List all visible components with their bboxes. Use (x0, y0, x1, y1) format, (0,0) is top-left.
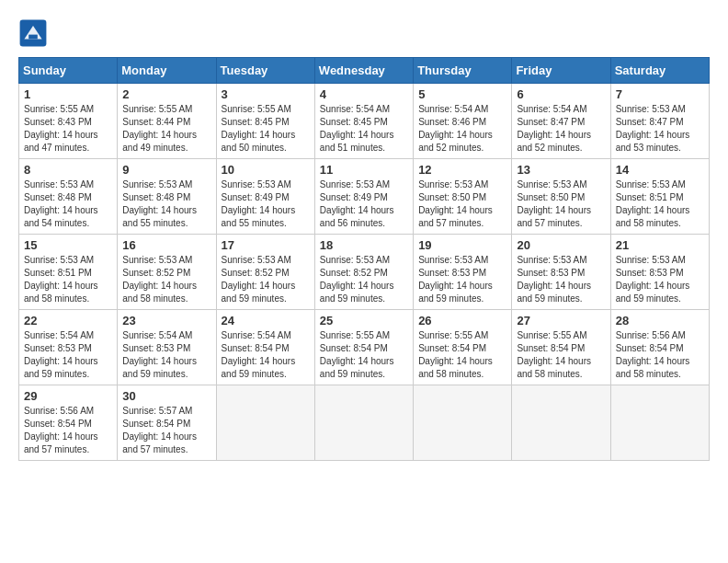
day-number: 2 (122, 87, 210, 101)
day-info: Sunrise: 5:53 AM Sunset: 8:51 PM Dayligh… (24, 254, 112, 305)
calendar-week-row: 15 Sunrise: 5:53 AM Sunset: 8:51 PM Dayl… (19, 235, 710, 310)
calendar-cell: 19 Sunrise: 5:53 AM Sunset: 8:53 PM Dayl… (414, 235, 512, 310)
calendar-cell: 25 Sunrise: 5:55 AM Sunset: 8:54 PM Dayl… (314, 310, 413, 385)
day-number: 13 (517, 163, 605, 177)
weekday-header-monday: Monday (118, 58, 216, 84)
day-number: 12 (418, 163, 506, 177)
day-number: 24 (222, 314, 310, 327)
calendar-cell (216, 385, 314, 461)
day-info: Sunrise: 5:55 AM Sunset: 8:44 PM Dayligh… (122, 103, 210, 155)
day-number: 6 (517, 87, 605, 101)
calendar-cell: 2 Sunrise: 5:55 AM Sunset: 8:44 PM Dayli… (118, 84, 216, 159)
calendar-table: SundayMondayTuesdayWednesdayThursdayFrid… (18, 57, 710, 461)
day-info: Sunrise: 5:54 AM Sunset: 8:53 PM Dayligh… (122, 329, 210, 381)
calendar-cell: 13 Sunrise: 5:53 AM Sunset: 8:50 PM Dayl… (512, 159, 610, 235)
day-number: 19 (418, 238, 506, 252)
day-number: 10 (222, 163, 310, 177)
weekday-header-friday: Friday (512, 58, 610, 84)
calendar-cell: 22 Sunrise: 5:54 AM Sunset: 8:53 PM Dayl… (19, 310, 118, 385)
calendar-week-row: 29 Sunrise: 5:56 AM Sunset: 8:54 PM Dayl… (19, 385, 710, 461)
day-number: 22 (24, 314, 112, 327)
calendar-cell: 20 Sunrise: 5:53 AM Sunset: 8:53 PM Dayl… (512, 235, 610, 310)
day-info: Sunrise: 5:53 AM Sunset: 8:50 PM Dayligh… (517, 178, 605, 230)
day-number: 20 (517, 238, 605, 252)
day-info: Sunrise: 5:54 AM Sunset: 8:45 PM Dayligh… (320, 103, 408, 155)
day-info: Sunrise: 5:53 AM Sunset: 8:49 PM Dayligh… (222, 178, 310, 230)
calendar-cell: 5 Sunrise: 5:54 AM Sunset: 8:46 PM Dayli… (414, 84, 512, 159)
day-number: 27 (517, 314, 605, 327)
day-info: Sunrise: 5:53 AM Sunset: 8:47 PM Dayligh… (616, 103, 704, 155)
logo (18, 18, 51, 48)
weekday-header-wednesday: Wednesday (314, 58, 413, 84)
day-number: 15 (24, 238, 112, 252)
day-number: 30 (122, 389, 210, 403)
day-info: Sunrise: 5:53 AM Sunset: 8:52 PM Dayligh… (222, 254, 310, 305)
day-number: 16 (122, 238, 210, 252)
day-info: Sunrise: 5:53 AM Sunset: 8:48 PM Dayligh… (122, 178, 210, 230)
weekday-header-sunday: Sunday (19, 58, 118, 84)
calendar-cell: 1 Sunrise: 5:55 AM Sunset: 8:43 PM Dayli… (19, 84, 118, 159)
day-info: Sunrise: 5:53 AM Sunset: 8:49 PM Dayligh… (320, 178, 408, 230)
day-number: 25 (320, 314, 408, 327)
day-number: 26 (418, 314, 506, 327)
calendar-cell: 4 Sunrise: 5:54 AM Sunset: 8:45 PM Dayli… (314, 84, 413, 159)
calendar-cell (610, 385, 709, 461)
calendar-cell: 9 Sunrise: 5:53 AM Sunset: 8:48 PM Dayli… (118, 159, 216, 235)
day-info: Sunrise: 5:55 AM Sunset: 8:43 PM Dayligh… (24, 103, 112, 155)
day-info: Sunrise: 5:53 AM Sunset: 8:48 PM Dayligh… (24, 178, 112, 230)
calendar-cell: 10 Sunrise: 5:53 AM Sunset: 8:49 PM Dayl… (216, 159, 314, 235)
calendar-cell: 15 Sunrise: 5:53 AM Sunset: 8:51 PM Dayl… (19, 235, 118, 310)
calendar-cell (314, 385, 413, 461)
calendar-cell: 27 Sunrise: 5:55 AM Sunset: 8:54 PM Dayl… (512, 310, 610, 385)
day-info: Sunrise: 5:55 AM Sunset: 8:54 PM Dayligh… (418, 329, 506, 381)
day-number: 7 (616, 87, 704, 101)
day-number: 9 (122, 163, 210, 177)
calendar-cell (512, 385, 610, 461)
day-info: Sunrise: 5:53 AM Sunset: 8:53 PM Dayligh… (517, 254, 605, 305)
calendar-cell: 12 Sunrise: 5:53 AM Sunset: 8:50 PM Dayl… (414, 159, 512, 235)
calendar-cell: 23 Sunrise: 5:54 AM Sunset: 8:53 PM Dayl… (118, 310, 216, 385)
logo-icon (18, 18, 48, 48)
day-number: 1 (24, 87, 112, 101)
day-info: Sunrise: 5:57 AM Sunset: 8:54 PM Dayligh… (122, 405, 210, 456)
day-number: 23 (122, 314, 210, 327)
calendar-cell: 17 Sunrise: 5:53 AM Sunset: 8:52 PM Dayl… (216, 235, 314, 310)
day-number: 5 (418, 87, 506, 101)
calendar-cell: 8 Sunrise: 5:53 AM Sunset: 8:48 PM Dayli… (19, 159, 118, 235)
day-info: Sunrise: 5:55 AM Sunset: 8:54 PM Dayligh… (517, 329, 605, 381)
day-number: 21 (616, 238, 704, 252)
calendar-cell (414, 385, 512, 461)
weekday-header-thursday: Thursday (414, 58, 512, 84)
day-info: Sunrise: 5:53 AM Sunset: 8:52 PM Dayligh… (320, 254, 408, 305)
day-info: Sunrise: 5:53 AM Sunset: 8:53 PM Dayligh… (616, 254, 704, 305)
calendar-cell: 21 Sunrise: 5:53 AM Sunset: 8:53 PM Dayl… (610, 235, 709, 310)
calendar-header-row: SundayMondayTuesdayWednesdayThursdayFrid… (19, 58, 710, 84)
day-info: Sunrise: 5:56 AM Sunset: 8:54 PM Dayligh… (24, 405, 112, 456)
day-info: Sunrise: 5:55 AM Sunset: 8:54 PM Dayligh… (320, 329, 408, 381)
weekday-header-tuesday: Tuesday (216, 58, 314, 84)
calendar-week-row: 22 Sunrise: 5:54 AM Sunset: 8:53 PM Dayl… (19, 310, 710, 385)
day-info: Sunrise: 5:54 AM Sunset: 8:54 PM Dayligh… (222, 329, 310, 381)
day-number: 28 (616, 314, 704, 327)
day-number: 3 (222, 87, 310, 101)
day-info: Sunrise: 5:56 AM Sunset: 8:54 PM Dayligh… (616, 329, 704, 381)
calendar-cell: 29 Sunrise: 5:56 AM Sunset: 8:54 PM Dayl… (19, 385, 118, 461)
day-info: Sunrise: 5:53 AM Sunset: 8:53 PM Dayligh… (418, 254, 506, 305)
calendar-week-row: 1 Sunrise: 5:55 AM Sunset: 8:43 PM Dayli… (19, 84, 710, 159)
day-number: 17 (222, 238, 310, 252)
calendar-cell: 6 Sunrise: 5:54 AM Sunset: 8:47 PM Dayli… (512, 84, 610, 159)
calendar-cell: 18 Sunrise: 5:53 AM Sunset: 8:52 PM Dayl… (314, 235, 413, 310)
calendar-cell: 28 Sunrise: 5:56 AM Sunset: 8:54 PM Dayl… (610, 310, 709, 385)
day-info: Sunrise: 5:55 AM Sunset: 8:45 PM Dayligh… (222, 103, 310, 155)
day-number: 11 (320, 163, 408, 177)
day-info: Sunrise: 5:54 AM Sunset: 8:46 PM Dayligh… (418, 103, 506, 155)
svg-rect-2 (28, 35, 38, 40)
day-number: 14 (616, 163, 704, 177)
calendar-cell: 16 Sunrise: 5:53 AM Sunset: 8:52 PM Dayl… (118, 235, 216, 310)
calendar-cell: 7 Sunrise: 5:53 AM Sunset: 8:47 PM Dayli… (610, 84, 709, 159)
day-number: 4 (320, 87, 408, 101)
calendar-cell: 30 Sunrise: 5:57 AM Sunset: 8:54 PM Dayl… (118, 385, 216, 461)
calendar-cell: 26 Sunrise: 5:55 AM Sunset: 8:54 PM Dayl… (414, 310, 512, 385)
day-info: Sunrise: 5:54 AM Sunset: 8:53 PM Dayligh… (24, 329, 112, 381)
calendar-cell: 24 Sunrise: 5:54 AM Sunset: 8:54 PM Dayl… (216, 310, 314, 385)
